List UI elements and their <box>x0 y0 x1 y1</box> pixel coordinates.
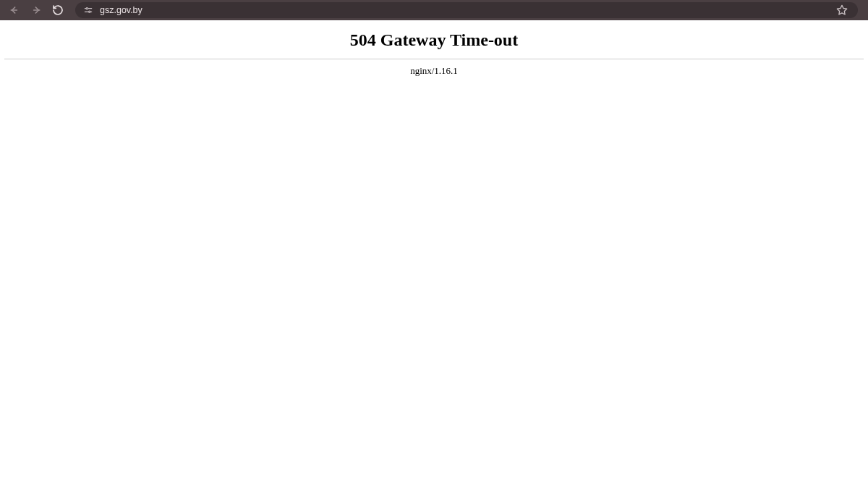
svg-point-5 <box>89 11 90 12</box>
site-info-button[interactable] <box>82 4 94 16</box>
url-text: gsz.gov.by <box>100 5 142 15</box>
arrow-left-icon <box>9 4 20 16</box>
page-content: 504 Gateway Time-out nginx/1.16.1 <box>0 30 868 77</box>
address-bar[interactable]: gsz.gov.by <box>75 2 858 18</box>
reload-icon <box>52 4 64 16</box>
back-button[interactable] <box>6 1 23 19</box>
server-info: nginx/1.16.1 <box>0 65 868 77</box>
divider <box>4 59 864 59</box>
reload-button[interactable] <box>49 1 67 19</box>
bookmark-button[interactable] <box>833 1 851 19</box>
star-icon <box>836 4 848 16</box>
svg-marker-6 <box>837 5 846 14</box>
tune-icon <box>83 5 93 15</box>
arrow-right-icon <box>30 4 42 16</box>
svg-point-4 <box>86 8 88 9</box>
browser-toolbar: gsz.gov.by <box>0 0 868 20</box>
error-heading: 504 Gateway Time-out <box>0 30 868 50</box>
forward-button[interactable] <box>27 1 45 19</box>
